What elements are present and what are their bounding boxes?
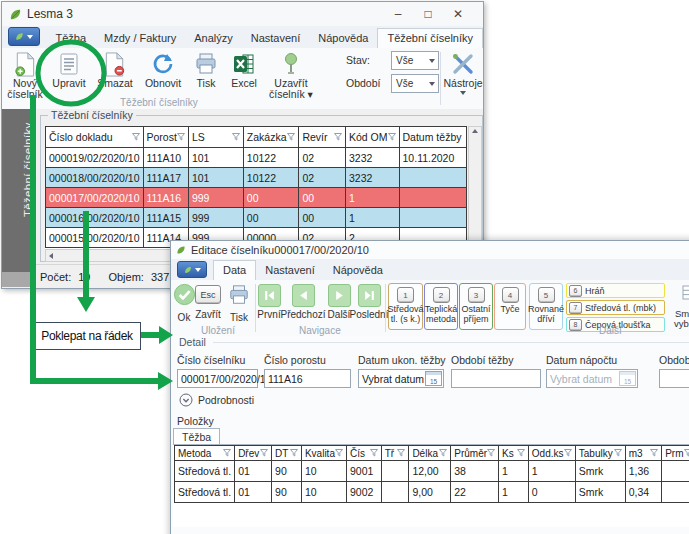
edit-ribbon: Ok Esc Zavřít Tisk PrvníPředchozíDalšíPo…: [171, 280, 689, 337]
method-button-3[interactable]: 3Ostatní příjem: [459, 283, 493, 330]
calendar-icon[interactable]: 15: [425, 371, 442, 386]
field-input[interactable]: 000017/00/2020/10: [177, 369, 258, 388]
column-header[interactable]: Odd.ks: [528, 446, 575, 461]
print-button[interactable]: Tisk: [228, 284, 250, 323]
method-button-5[interactable]: 5Rovnané dříví: [529, 283, 563, 330]
legend-item-7[interactable]: 7Středová tl. (mbk): [566, 300, 665, 315]
filter-icon[interactable]: [232, 131, 240, 143]
column-header[interactable]: Revír: [299, 127, 346, 148]
filter-icon[interactable]: [290, 448, 298, 459]
table-row[interactable]: 000018/00/2020/10111A1710110122023232: [46, 168, 467, 188]
legend-item-6[interactable]: 6Hráň: [566, 283, 665, 298]
items-row[interactable]: Středová tl.01901090029,002210Smrk0,341: [175, 482, 689, 503]
method-button-4[interactable]: 4Tyče: [494, 283, 526, 330]
field-input[interactable]: Vybrat datum15: [358, 369, 444, 388]
podrobnosti-expander[interactable]: Podrobnosti: [179, 393, 254, 407]
method-button-2[interactable]: 2Teplická metoda: [424, 283, 458, 330]
main-tab-2[interactable]: Analýzy: [185, 29, 242, 48]
filter-icon[interactable]: [650, 448, 658, 459]
field-input[interactable]: Vybrat datum15: [546, 369, 638, 388]
filter-icon[interactable]: [223, 448, 231, 459]
filter-icon[interactable]: [564, 448, 572, 459]
filter-icon[interactable]: [335, 448, 343, 459]
main-tab-1[interactable]: Mzdy / Faktury: [95, 29, 185, 48]
edit-button[interactable]: Upravit: [47, 49, 91, 101]
column-header[interactable]: Prm: [662, 446, 689, 461]
filter-icon[interactable]: [388, 131, 396, 143]
edit-document-icon: [56, 51, 82, 77]
next-button[interactable]: Další: [328, 284, 350, 320]
previous-button[interactable]: Předchozí: [292, 284, 314, 320]
new-ciselnik-button[interactable]: Nový číselník: [5, 49, 45, 101]
column-header[interactable]: LS: [188, 127, 243, 148]
column-header[interactable]: Tabulky: [575, 446, 625, 461]
edit-tab-0[interactable]: Data: [213, 260, 256, 281]
filter-icon[interactable]: [370, 448, 378, 459]
edit-tab-2[interactable]: Nápověda: [324, 261, 392, 280]
close-button[interactable]: ✕: [443, 4, 473, 24]
main-tab-4[interactable]: Nápověda: [309, 29, 377, 48]
column-header[interactable]: Ks: [499, 446, 529, 461]
refresh-button[interactable]: Obnovit: [139, 49, 187, 101]
column-header[interactable]: Tř: [381, 446, 409, 461]
delete-button[interactable]: Smazat: [93, 49, 137, 101]
filter-icon[interactable]: [487, 448, 495, 459]
close-ciselnik-button[interactable]: Uzavřít číselník ▾: [265, 49, 317, 101]
column-header[interactable]: Dřev: [235, 446, 272, 461]
maximize-button[interactable]: □: [413, 4, 443, 24]
column-header[interactable]: Zakázka: [243, 127, 299, 148]
items-table[interactable]: MetodaDřevDTKvalitaČísTřDélkaPrůměrKsOdd…: [174, 445, 689, 503]
sidebar-tab-tezebni-ciselniky[interactable]: Těžební číselníky: [2, 109, 32, 272]
calendar-icon[interactable]: 15: [619, 371, 636, 386]
excel-export-button[interactable]: Excel: [225, 49, 263, 101]
minimize-button[interactable]: –: [383, 4, 413, 24]
column-header[interactable]: m3: [625, 446, 661, 461]
last-button[interactable]: Poslední: [358, 284, 380, 320]
table-row[interactable]: 000017/00/2020/10111A1699900001: [46, 188, 467, 208]
obdobi-combo[interactable]: Vše: [391, 74, 439, 93]
field-input[interactable]: 111A16: [264, 369, 351, 388]
filter-icon[interactable]: [287, 131, 295, 143]
table-row[interactable]: 000019/02/2020/10111A101011012202323210.…: [46, 148, 467, 168]
column-header[interactable]: Číslo dokladu: [46, 127, 144, 148]
print-button[interactable]: Tisk: [189, 49, 223, 101]
edit-tab-1[interactable]: Nastavení: [256, 261, 324, 280]
field-input[interactable]: [659, 369, 689, 388]
stav-combo[interactable]: Vše: [391, 51, 439, 70]
column-header[interactable]: Kód OM: [346, 127, 400, 148]
sidebar-footer: [2, 272, 32, 287]
field-input[interactable]: [451, 369, 541, 388]
column-header[interactable]: Datum těžby: [399, 127, 466, 148]
first-button[interactable]: První: [258, 284, 280, 320]
app-menu-button[interactable]: [8, 27, 40, 46]
column-header[interactable]: Porost: [143, 127, 188, 148]
filter-icon[interactable]: [260, 448, 268, 459]
filter-icon[interactable]: [614, 448, 622, 459]
cancel-button[interactable]: Esc Zavřít: [195, 285, 221, 320]
main-tab-3[interactable]: Nastavení: [242, 29, 310, 48]
tools-button[interactable]: Nástroje: [444, 49, 482, 95]
column-header[interactable]: DT: [272, 446, 302, 461]
column-header[interactable]: Kvalita: [301, 446, 346, 461]
column-header[interactable]: Délka: [409, 446, 451, 461]
delete-selected-button[interactable]: Smazat vybrané: [669, 283, 689, 330]
tab-tezba[interactable]: Těžba: [173, 428, 220, 445]
table-row[interactable]: 000016/00/2020/10111A1599900001: [46, 208, 467, 228]
column-header[interactable]: Metoda: [175, 446, 235, 461]
main-tab-0[interactable]: Těžba: [46, 29, 95, 48]
filter-icon[interactable]: [177, 131, 185, 143]
app-menu-button[interactable]: [177, 261, 207, 278]
items-row[interactable]: Středová tl.019010900112,003811Smrk1,361: [175, 461, 689, 482]
filter-icon[interactable]: [684, 448, 689, 459]
filter-icon[interactable]: [439, 448, 447, 459]
column-header[interactable]: Čís: [346, 446, 381, 461]
documents-table[interactable]: Číslo dokladuPorostLSZakázkaRevírKód OMD…: [45, 126, 467, 248]
ok-button[interactable]: Ok: [173, 283, 195, 323]
filter-icon[interactable]: [132, 131, 140, 143]
column-header[interactable]: Průměr: [451, 446, 499, 461]
method-button-1[interactable]: 1Středová tl. (s k.): [388, 283, 423, 330]
main-tab-5[interactable]: Těžební číselníky: [377, 28, 483, 49]
filter-icon[interactable]: [517, 448, 525, 459]
filter-icon[interactable]: [334, 131, 342, 143]
filter-icon[interactable]: [397, 448, 405, 459]
